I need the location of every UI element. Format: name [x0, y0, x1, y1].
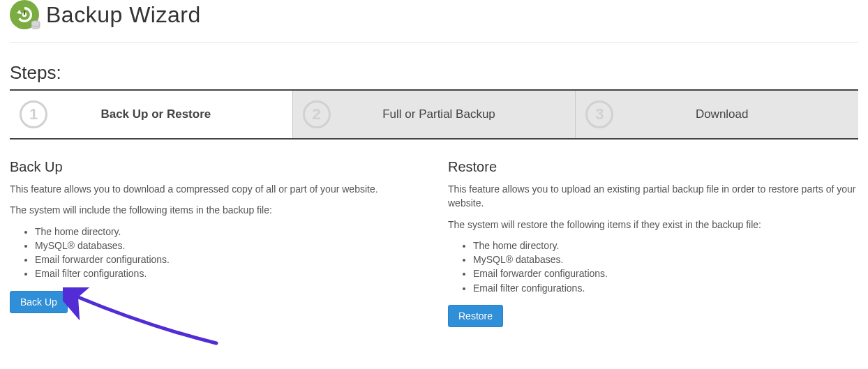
- tab-label: Back Up or Restore: [57, 107, 283, 121]
- step-tabs: 1 Back Up or Restore 2 Full or Partial B…: [10, 89, 858, 140]
- tab-backup-or-restore[interactable]: 1 Back Up or Restore: [10, 91, 293, 138]
- steps-label: Steps:: [10, 62, 858, 84]
- step-number-icon: 2: [303, 100, 331, 128]
- restore-column: Restore This feature allows you to uploa…: [448, 159, 858, 327]
- list-item: MySQL® databases.: [473, 253, 858, 266]
- list-item: The home directory.: [35, 225, 420, 239]
- header-divider: [10, 42, 858, 43]
- list-item: Email filter configurations.: [35, 266, 420, 280]
- restore-items-list: The home directory. MySQL® databases. Em…: [448, 239, 858, 295]
- backup-heading: Back Up: [10, 159, 420, 175]
- backup-column: Back Up This feature allows you to downl…: [10, 159, 420, 327]
- tab-label: Full or Partial Backup: [341, 107, 566, 121]
- list-item: The home directory.: [473, 239, 858, 253]
- step-number-icon: 1: [20, 100, 47, 128]
- app-header: Backup Wizard: [10, 0, 858, 29]
- backup-items-list: The home directory. MySQL® databases. Em…: [10, 225, 420, 281]
- tab-download[interactable]: 3 Download: [576, 91, 858, 138]
- list-item: Email forwarder configurations.: [35, 253, 420, 266]
- list-item: MySQL® databases.: [35, 239, 420, 253]
- backup-button[interactable]: Back Up: [10, 291, 68, 313]
- restore-intro: The system will restore the following it…: [448, 218, 858, 232]
- svg-rect-1: [24, 10, 25, 15]
- tab-full-or-partial[interactable]: 2 Full or Partial Backup: [293, 91, 576, 138]
- list-item: Email filter configurations.: [473, 281, 858, 295]
- tab-label: Download: [623, 107, 848, 121]
- page-title: Backup Wizard: [46, 2, 201, 28]
- step-number-icon: 3: [585, 100, 613, 128]
- restore-button[interactable]: Restore: [448, 305, 503, 327]
- list-item: Email forwarder configurations.: [473, 266, 858, 280]
- content-columns: Back Up This feature allows you to downl…: [10, 159, 858, 327]
- restore-heading: Restore: [448, 159, 858, 175]
- backup-wizard-icon: [10, 0, 39, 29]
- backup-description: This feature allows you to download a co…: [10, 182, 420, 196]
- backup-intro: The system will include the following it…: [10, 203, 420, 217]
- restore-description: This feature allows you to upload an exi…: [448, 182, 858, 211]
